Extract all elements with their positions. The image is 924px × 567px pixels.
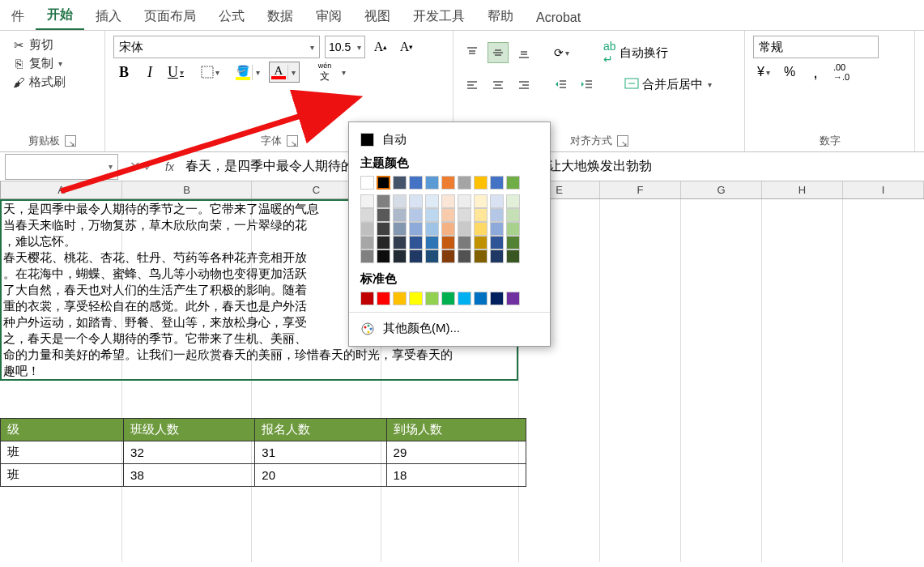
col-header[interactable]: B	[122, 181, 252, 198]
color-swatch[interactable]	[425, 208, 439, 222]
color-swatch[interactable]	[474, 249, 488, 263]
color-swatch[interactable]	[425, 222, 439, 236]
increase-decimal-button[interactable]: .00→.0	[831, 62, 852, 83]
chevron-down-icon[interactable]: ▾	[287, 65, 299, 80]
confirm-icon[interactable]: ✓	[143, 159, 154, 174]
col-header[interactable]: A	[1, 181, 122, 198]
color-swatch[interactable]	[377, 208, 390, 222]
tab-developer[interactable]: 开发工具	[402, 2, 476, 30]
color-swatch[interactable]	[393, 292, 407, 305]
color-swatch[interactable]	[360, 292, 374, 305]
color-swatch[interactable]	[458, 208, 471, 222]
color-swatch[interactable]	[490, 292, 504, 305]
table-header[interactable]: 级	[1, 419, 124, 441]
color-swatch[interactable]	[409, 249, 423, 263]
color-swatch[interactable]	[441, 236, 455, 249]
color-swatch[interactable]	[490, 249, 504, 263]
table-cell[interactable]: 20	[255, 464, 386, 487]
format-painter-button[interactable]: 🖌 格式刷	[8, 73, 96, 92]
color-swatch[interactable]	[393, 194, 407, 208]
color-swatch[interactable]	[409, 208, 423, 222]
percent-button[interactable]: %	[779, 62, 800, 83]
alignment-launcher[interactable]	[617, 135, 628, 147]
color-swatch[interactable]	[441, 208, 455, 222]
italic-button[interactable]: I	[139, 62, 160, 83]
color-swatch[interactable]	[506, 292, 520, 305]
tab-page-layout[interactable]: 页面布局	[133, 2, 207, 30]
increase-indent-button[interactable]	[577, 75, 598, 96]
table-header[interactable]: 班级人数	[124, 419, 255, 441]
tab-help[interactable]: 帮助	[476, 2, 525, 30]
color-swatch[interactable]	[458, 292, 471, 305]
color-swatch[interactable]	[377, 194, 390, 208]
color-swatch[interactable]	[393, 208, 407, 222]
color-swatch[interactable]	[458, 249, 471, 263]
color-swatch[interactable]	[441, 222, 455, 236]
color-swatch[interactable]	[409, 236, 423, 249]
name-box[interactable]: ▾	[5, 154, 118, 180]
color-swatch[interactable]	[377, 249, 390, 263]
tab-acrobat[interactable]: Acrobat	[525, 4, 592, 30]
tab-view[interactable]: 视图	[353, 2, 402, 30]
chevron-down-icon[interactable]: ▾	[109, 162, 113, 171]
color-swatch[interactable]	[506, 249, 520, 263]
color-swatch[interactable]	[377, 222, 390, 236]
color-swatch[interactable]	[506, 222, 520, 236]
cut-button[interactable]: ✂ 剪切	[8, 36, 96, 54]
phonetic-button[interactable]: wén 文	[314, 62, 335, 83]
color-swatch[interactable]	[360, 236, 374, 249]
color-swatch[interactable]	[474, 208, 488, 222]
merge-center-button[interactable]: 合并后居中 ▾	[617, 73, 719, 96]
color-swatch[interactable]	[360, 249, 374, 263]
table-cell[interactable]: 班	[1, 441, 124, 464]
comma-button[interactable]: ,	[805, 62, 826, 83]
table-cell[interactable]: 29	[386, 441, 526, 464]
table-cell[interactable]: 38	[124, 464, 255, 487]
color-swatch[interactable]	[458, 222, 471, 236]
tab-data[interactable]: 数据	[256, 2, 304, 30]
color-swatch[interactable]	[490, 176, 504, 190]
font-size-select[interactable]: 10.5 ▾	[325, 36, 365, 58]
color-swatch[interactable]	[506, 194, 520, 208]
fill-color-button[interactable]: 🪣 ▾	[233, 62, 264, 83]
color-swatch[interactable]	[425, 292, 439, 305]
col-header[interactable]: G	[681, 181, 762, 198]
color-swatch[interactable]	[506, 208, 520, 222]
color-swatch[interactable]	[425, 236, 439, 249]
chevron-down-icon[interactable]: ▾	[252, 65, 263, 80]
color-swatch[interactable]	[490, 208, 504, 222]
color-swatch[interactable]	[393, 249, 407, 263]
chevron-down-icon[interactable]: ▾	[342, 68, 346, 77]
color-swatch[interactable]	[360, 208, 374, 222]
color-swatch[interactable]	[506, 236, 520, 249]
color-swatch[interactable]	[377, 176, 390, 190]
align-right-button[interactable]	[513, 75, 534, 96]
color-swatch[interactable]	[490, 194, 504, 208]
color-swatch[interactable]	[360, 194, 374, 208]
color-swatch[interactable]	[377, 236, 390, 249]
color-swatch[interactable]	[474, 176, 488, 190]
color-swatch[interactable]	[393, 236, 407, 249]
tab-home[interactable]: 开始	[36, 0, 84, 30]
currency-button[interactable]: ¥▾	[753, 62, 774, 83]
table-cell[interactable]: 18	[386, 464, 526, 487]
col-header[interactable]: I	[843, 181, 924, 198]
color-swatch[interactable]	[458, 194, 471, 208]
align-center-button[interactable]	[488, 75, 509, 96]
table-header[interactable]: 报名人数	[255, 419, 386, 441]
color-swatch[interactable]	[393, 176, 407, 190]
color-swatch[interactable]	[474, 236, 488, 249]
color-swatch[interactable]	[441, 194, 455, 208]
copy-button[interactable]: ⎘ 复制 ▾	[8, 54, 96, 73]
table-cell[interactable]: 32	[124, 441, 255, 464]
formula-input[interactable]	[179, 156, 924, 177]
color-swatch[interactable]	[377, 292, 390, 305]
align-bottom-button[interactable]	[513, 42, 534, 63]
color-swatch[interactable]	[409, 292, 423, 305]
color-swatch[interactable]	[425, 249, 439, 263]
color-swatch[interactable]	[409, 194, 423, 208]
clipboard-launcher[interactable]	[65, 135, 76, 147]
color-swatch[interactable]	[474, 194, 488, 208]
color-swatch[interactable]	[458, 176, 471, 190]
color-auto-button[interactable]: 自动	[349, 129, 550, 151]
